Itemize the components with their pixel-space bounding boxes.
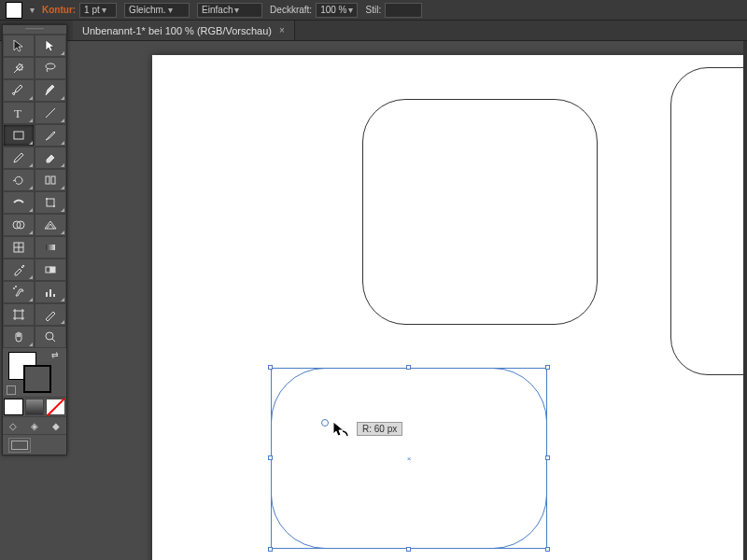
svg-point-8	[53, 205, 55, 207]
svg-rect-18	[49, 289, 51, 297]
color-mode-solid[interactable]	[4, 399, 23, 415]
opacity-label: Deckkraft:	[270, 5, 312, 15]
style-field[interactable]	[385, 3, 422, 18]
svg-line-2	[46, 108, 55, 118]
gradient-tool[interactable]	[35, 236, 66, 259]
svg-rect-19	[53, 294, 55, 297]
color-mode-none[interactable]	[46, 399, 65, 415]
svg-rect-17	[46, 292, 48, 297]
rotate-tool[interactable]	[3, 169, 35, 191]
style-label: Stil:	[365, 5, 381, 15]
column-graph-tool[interactable]	[35, 281, 66, 303]
hand-tool[interactable]	[3, 326, 35, 348]
svg-rect-12	[46, 245, 55, 250]
fill-stroke-swatches: ⇄	[3, 348, 66, 397]
lasso-tool[interactable]	[35, 57, 66, 79]
svg-point-21	[46, 332, 53, 340]
vertical-scrollbar[interactable]	[743, 41, 747, 560]
magic-wand-tool[interactable]	[3, 57, 35, 79]
pencil-tool[interactable]	[3, 147, 35, 169]
draw-behind-icon[interactable]: ◈	[24, 417, 46, 434]
color-mode-row	[3, 397, 66, 416]
panel-gripper[interactable]	[3, 25, 66, 35]
reflect-tool[interactable]	[35, 169, 66, 191]
eyedropper-tool[interactable]	[3, 259, 35, 281]
corner-radius-widget[interactable]	[321, 419, 329, 427]
rounded-rect-shape-1[interactable]	[362, 99, 598, 325]
perspective-grid-tool[interactable]	[35, 214, 66, 236]
svg-rect-20	[15, 311, 22, 318]
resize-handle-bm[interactable]	[406, 547, 411, 552]
document-tab-bar: Unbenannt-1* bei 100 % (RGB/Vorschau) ×	[0, 21, 747, 41]
svg-line-22	[52, 339, 55, 342]
rounded-rect-shape-2[interactable]	[670, 67, 747, 375]
stroke-label: Kontur:	[42, 5, 76, 15]
svg-rect-6	[47, 199, 54, 206]
svg-rect-4	[46, 176, 49, 184]
close-tab-icon[interactable]: ×	[279, 25, 285, 35]
resize-handle-tr[interactable]	[545, 365, 550, 370]
screen-mode-button-row	[3, 434, 66, 455]
tools-panel: T ⇄ ◇ ◈ ◆	[2, 24, 67, 455]
curvature-tool[interactable]	[35, 79, 66, 102]
down-arrow-icon[interactable]: ▾	[30, 5, 35, 15]
resize-handle-tm[interactable]	[406, 365, 411, 370]
free-transform-tool[interactable]	[35, 191, 66, 214]
direct-selection-tool[interactable]	[35, 35, 66, 57]
center-mark-icon: ×	[407, 455, 412, 463]
stroke-profile-uniform[interactable]: Gleichm.	[124, 3, 190, 18]
canvas-area[interactable]: × R: 60 px	[73, 41, 747, 560]
zoom-tool[interactable]	[35, 326, 66, 348]
draw-inside-icon[interactable]: ◆	[45, 417, 66, 434]
mesh-tool[interactable]	[3, 236, 35, 259]
type-tool[interactable]: T	[3, 102, 35, 124]
eraser-tool[interactable]	[35, 147, 66, 169]
svg-rect-5	[51, 176, 55, 184]
resize-handle-ml[interactable]	[268, 455, 273, 460]
svg-point-16	[15, 286, 17, 287]
radius-tooltip: R: 60 px	[357, 422, 402, 436]
color-mode-gradient[interactable]	[25, 399, 45, 415]
symbol-sprayer-tool[interactable]	[3, 281, 35, 303]
width-tool[interactable]	[3, 191, 35, 214]
artboard-tool[interactable]	[3, 303, 35, 326]
paintbrush-tool[interactable]	[35, 124, 66, 147]
rectangle-tool[interactable]	[3, 124, 35, 147]
resize-handle-bl[interactable]	[268, 547, 273, 552]
opacity-field[interactable]: 100 %	[316, 3, 358, 18]
svg-point-7	[46, 198, 48, 200]
resize-handle-tl[interactable]	[268, 365, 273, 370]
svg-text:T: T	[14, 106, 21, 120]
pen-tool[interactable]	[3, 79, 35, 102]
svg-rect-3	[14, 132, 23, 139]
svg-rect-14	[50, 267, 55, 273]
screen-mode-row: ◇ ◈ ◆	[3, 416, 66, 434]
brush-def-basic[interactable]: Einfach	[197, 3, 262, 18]
document-tab-title: Unbenannt-1* bei 100 % (RGB/Vorschau)	[82, 25, 272, 36]
selection-tool[interactable]	[3, 35, 35, 57]
draw-normal-icon[interactable]: ◇	[3, 417, 24, 434]
resize-handle-mr[interactable]	[545, 455, 550, 460]
document-tab[interactable]: Unbenannt-1* bei 100 % (RGB/Vorschau) ×	[73, 21, 295, 40]
swap-fill-stroke-icon[interactable]: ⇄	[51, 350, 59, 359]
stroke-color-swatch[interactable]	[23, 365, 51, 393]
default-fill-stroke-icon[interactable]	[7, 385, 16, 395]
slice-tool[interactable]	[35, 303, 66, 326]
options-bar: ▾ Kontur: 1 pt Gleichm. Einfach Deckkraf…	[0, 0, 747, 21]
stroke-weight-field[interactable]: 1 pt	[79, 3, 117, 18]
shape-builder-tool[interactable]	[3, 214, 35, 236]
blend-tool[interactable]	[35, 259, 66, 281]
svg-rect-13	[46, 267, 50, 273]
selected-rounded-rect[interactable]: × R: 60 px	[271, 368, 547, 549]
line-segment-tool[interactable]	[35, 102, 66, 124]
resize-handle-br[interactable]	[545, 547, 550, 552]
fill-swatch[interactable]	[6, 2, 22, 19]
change-screen-mode-button[interactable]	[8, 438, 31, 453]
svg-point-15	[13, 287, 15, 289]
